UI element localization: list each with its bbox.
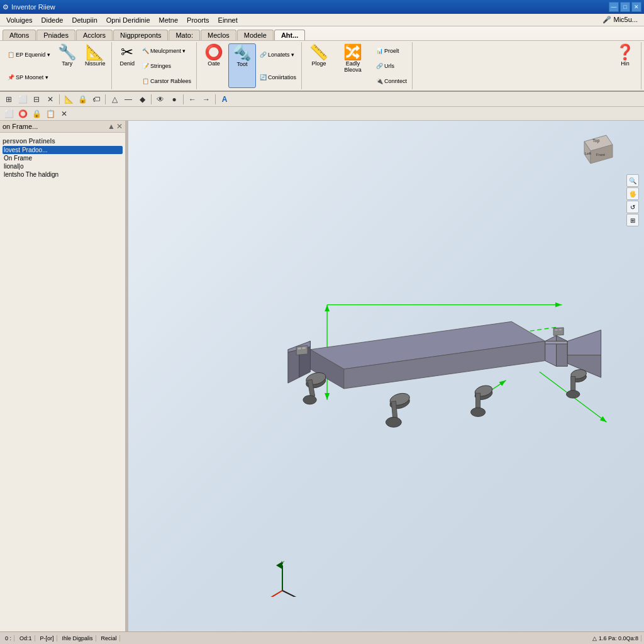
tab-pniades[interactable]: Pniades [36,30,75,40]
toolbar-sphere-btn[interactable]: ● [168,93,180,106]
maximize-button[interactable]: □ [620,2,630,12]
toolbar-tag-btn[interactable]: 🏷 [90,93,103,106]
tab-nigppreponts[interactable]: Nigppreponts [113,30,168,40]
hin-button[interactable]: ❓ Hin [612,43,638,88]
panel-item-onframe[interactable]: On Frame [3,154,123,162]
window-controls[interactable]: — □ ✕ [609,2,641,12]
toot-button[interactable]: 🔩 Toot [228,43,256,88]
svg-text:Left: Left [585,152,591,155]
stringes-icon: 📝 [142,63,149,69]
nav-btn-3[interactable]: ↺ [626,201,639,213]
tb2-btn2[interactable]: ⭕ [16,108,29,120]
tab-aftons[interactable]: Aftons [3,30,36,40]
panel-item-selected[interactable]: lovest Pradoo... [3,146,123,154]
proelt-button[interactable]: 📊 Proelt [374,47,409,55]
nissurie-button[interactable]: 📐 Nissurie [81,43,109,88]
stringes-button[interactable]: 📝 Stringes [140,62,194,70]
svg-point-27 [471,408,486,416]
nav-btn-4[interactable]: ⊞ [626,214,639,226]
svg-point-19 [303,396,316,404]
status-p[interactable]: P-[or] [38,635,57,641]
tb2-btn4[interactable]: 📋 [44,108,57,120]
status-ihle[interactable]: Ihle Digpalis [60,635,96,641]
menu-item-detupiin[interactable]: Detupiin [68,16,101,25]
navigation-toolbar: 🔍 🖐 ↺ ⊞ [626,174,639,226]
meulcpment-button[interactable]: 🔨 Meulcpment ▾ [140,47,194,55]
app-icon: ⚙ [3,3,9,11]
oate-button[interactable]: ⭕ Oate [201,43,227,88]
panel-item-lentsho[interactable]: lentsho The haldign [3,170,123,179]
ep-equenid-button[interactable]: 📋 EP Equenid ▾ [5,51,53,58]
ribbon-section-hin: ❓ Hin [609,42,641,89]
eadly-button[interactable]: 🔀 Eadly Bleova [333,43,372,88]
menu-item-voluiges[interactable]: Voluiges [3,16,36,25]
toolbar-diamond-btn[interactable]: ◆ [136,93,148,106]
close-button[interactable]: ✕ [631,2,641,12]
view-cube[interactable]: Top Left Front [575,126,619,170]
tb2-btn1[interactable]: ⬜ [3,108,15,120]
ribbon-content: 📋 EP Equenid ▾ 📌 SP Moonet ▾ 🔧 Tary 📐 Ni… [0,40,644,91]
svg-text:Front: Front [596,153,605,157]
launch-buttons: 🔧 Tary 📐 Nissurie [54,43,109,88]
menu-item-didede[interactable]: Didede [38,16,67,25]
menu-item-mic[interactable]: 🎤 Mic5u... [599,15,641,25]
menu-item-opni[interactable]: Opni Deridinie [103,16,154,25]
ploge-button[interactable]: 📏 Ploge [306,43,332,88]
secondary-toolbar: ⬜ ⭕ 🔒 📋 ✕ [0,107,644,121]
toolbar-text-btn[interactable]: A [218,93,231,106]
toolbar-mesh-btn[interactable]: ⊟ [30,93,43,106]
minimize-button[interactable]: — [609,2,619,12]
toolbar-right-btn[interactable]: → [200,93,213,106]
nissurie-icon: 📐 [86,45,104,60]
lonatets-icon: 🔗 [260,52,267,58]
proelt-icon: 📊 [376,48,383,54]
axis-indicator: Y X [264,559,301,597]
tab-aht[interactable]: Aht... [274,30,306,40]
eadly-icon: 🔀 [343,45,362,60]
viewport[interactable]: Y X Top Left Front 🔍 🖐 ↺ [128,121,644,631]
svg-point-33 [567,391,580,398]
toolbar-measure-btn[interactable]: 📐 [62,93,75,106]
status-od[interactable]: Od:1 [17,635,35,641]
conveyor-model [188,238,628,489]
carstor-button[interactable]: 📋 Carstor Rablees [140,77,194,85]
toolbar-triangle-btn[interactable]: △ [108,93,121,106]
panel-header: on Frame... ▲ ✕ [0,121,125,133]
svg-rect-39 [558,329,562,331]
sp-moonet-button[interactable]: 📌 SP Moonet ▾ [5,74,53,81]
tab-mato[interactable]: Mato: [169,30,200,40]
nav-btn-2[interactable]: 🖐 [626,187,639,200]
toolbar-close-btn[interactable]: ✕ [44,93,57,106]
nav-btn-1[interactable]: 🔍 [626,174,639,187]
menu-item-einnet[interactable]: Einnet [214,16,242,25]
coniiratios-button[interactable]: 🔄 Coniirtatios [257,74,299,81]
toolbar-grid-btn[interactable]: ⊞ [3,93,15,106]
toolbar-minus-btn[interactable]: — [122,93,135,106]
menu-item-proorts[interactable]: Proorts [183,16,213,25]
svg-marker-15 [545,341,568,343]
menu-item-metne[interactable]: Metne [155,16,182,25]
status-recial[interactable]: Recial [99,635,120,641]
tab-acclors[interactable]: Acclors [76,30,113,40]
panel-item-lionalo[interactable]: lional|o [3,162,123,170]
panel-collapse-button[interactable]: ▲ [108,122,115,131]
panel-close-button[interactable]: ✕ [116,122,123,131]
tary-button[interactable]: 🔧 Tary [54,43,80,88]
urls-button[interactable]: 🔗 Urls [374,62,409,70]
toolbar-eye-btn[interactable]: 👁 [154,93,167,106]
toolbar-sep-4 [183,94,184,104]
toolbar-sep-1 [59,94,60,104]
toolbar-box-btn[interactable]: ⬜ [16,93,29,106]
modify-small-group: 🔨 Meulcpment ▾ 📝 Stringes 📋 Carstor Rabl… [140,43,194,88]
denid-button[interactable]: ✂ Denid [116,43,138,88]
lonatets-button[interactable]: 🔗 Lonatets ▾ [257,51,299,58]
toolbar-left-btn[interactable]: ← [186,93,199,106]
toolbar-lock-btn[interactable]: 🔒 [76,93,89,106]
conntect-button[interactable]: 🔌 Conntect [374,77,409,85]
tb2-btn3[interactable]: 🔒 [30,108,43,120]
toolbar-sep-5 [215,94,216,104]
panel-section-title: persvon Pratinels [3,138,123,145]
tb2-close[interactable]: ✕ [58,108,70,120]
tab-modele[interactable]: Modele [237,30,274,40]
tab-meclos[interactable]: Meclos [201,30,236,40]
